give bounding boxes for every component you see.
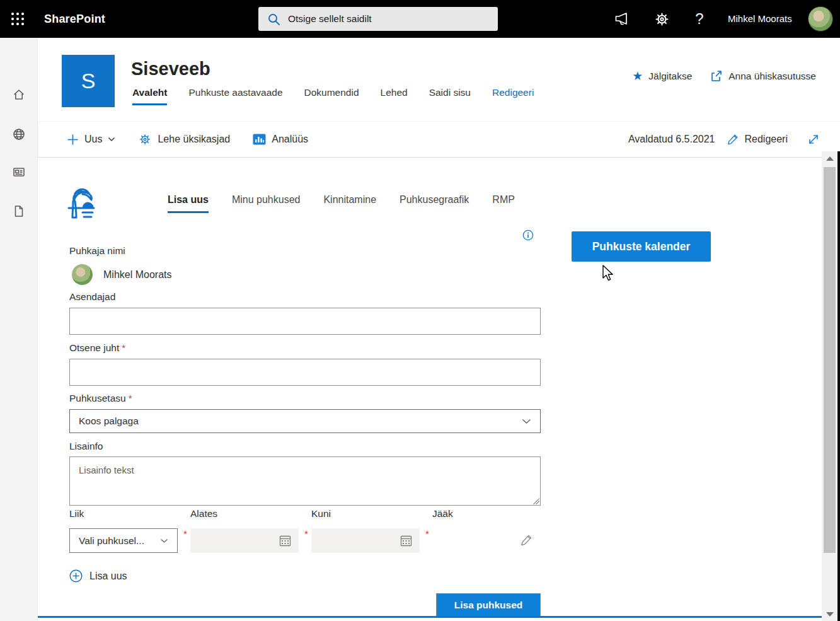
search-box[interactable] <box>258 7 498 31</box>
nav-redigeeri[interactable]: Redigeeri <box>492 87 534 103</box>
new-label: Uus <box>84 134 102 145</box>
pay-select-value: Koos palgaga <box>79 415 139 427</box>
nav-lehed[interactable]: Lehed <box>381 87 408 103</box>
form-user-avatar <box>72 264 93 285</box>
news-icon[interactable] <box>11 165 26 180</box>
nav-puhkuste-aastavaade[interactable]: Puhkuste aastavaade <box>188 87 282 103</box>
app-rail <box>0 38 38 621</box>
add-row-label: Lisa uus <box>89 571 127 582</box>
site-title: Siseveeb <box>131 59 210 79</box>
new-button[interactable]: Uus <box>63 134 119 146</box>
chevron-down-icon <box>160 538 168 543</box>
analytics-button[interactable]: Analüüs <box>249 134 312 145</box>
share-button[interactable]: Anna ühiskasutusse <box>710 69 816 83</box>
page-content: Lisa uus Minu puhkused Kinnitamine Puhku… <box>38 158 822 621</box>
to-label: Kuni <box>311 508 331 519</box>
waffle-icon[interactable] <box>10 11 25 26</box>
follow-label: Jälgitakse <box>648 71 692 82</box>
site-logo[interactable]: S <box>62 55 115 107</box>
tab-kinnitamine[interactable]: Kinnitamine <box>323 194 376 213</box>
name-label: Puhkaja nimi <box>69 245 125 257</box>
required-asterisk: * <box>183 528 187 539</box>
settings-gear-icon[interactable] <box>648 0 676 38</box>
sharepoint-page: SharePoint <box>0 0 840 621</box>
info-icon[interactable] <box>522 229 534 241</box>
tab-minu-puhkused[interactable]: Minu puhkused <box>232 194 301 213</box>
name-value: Mihkel Moorats <box>103 269 171 281</box>
published-status: Avaldatud 6.5.2021 <box>628 134 715 145</box>
manager-label: Otsene juht* <box>69 342 125 354</box>
circle-plus-icon <box>69 569 83 583</box>
manager-input[interactable] <box>69 359 541 386</box>
calendar-icon <box>400 535 412 547</box>
pay-select[interactable]: Koos palgaga <box>69 409 541 433</box>
share-label: Anna ühiskasutusse <box>728 71 816 82</box>
type-label: Liik <box>69 508 84 519</box>
globe-icon[interactable] <box>11 127 26 142</box>
edit-label: Redigeeri <box>745 134 788 145</box>
edit-page-button[interactable]: Redigeeri <box>723 133 791 146</box>
page-details-label: Lehe üksikasjad <box>158 134 230 145</box>
scroll-down-arrow[interactable] <box>822 609 837 619</box>
from-date-field[interactable] <box>190 528 299 553</box>
site-header: S Siseveeb Avaleht Puhkuste aastavaade D… <box>38 38 840 121</box>
analytics-icon <box>253 134 266 145</box>
calendar-icon <box>279 535 291 547</box>
from-label: Alates <box>190 508 217 519</box>
home-icon[interactable] <box>11 87 26 102</box>
gear-icon <box>138 132 152 146</box>
command-bar: Uus Lehe üksikasjad <box>38 121 840 158</box>
type-select[interactable]: Vali puhkusel... <box>69 528 178 553</box>
user-name[interactable]: Mihkel Moorats <box>728 0 792 38</box>
chevron-down-icon <box>108 137 115 142</box>
edit-row-pencil-icon[interactable] <box>520 533 533 547</box>
help-icon[interactable]: ? <box>687 0 712 38</box>
submit-vacations-button[interactable]: Lisa puhkused <box>436 593 541 617</box>
required-asterisk: * <box>304 528 308 539</box>
type-select-value: Vali puhkusel... <box>79 535 144 547</box>
to-date-field[interactable] <box>311 528 420 553</box>
megaphone-icon[interactable] <box>609 0 636 38</box>
pencil-icon <box>727 133 739 146</box>
vacation-calendar-button[interactable]: Puhkuste kalender <box>572 231 711 262</box>
scrollbar <box>822 151 837 621</box>
plus-icon <box>67 134 79 146</box>
balance-label: Jääk <box>432 508 453 519</box>
tab-puhkusegraafik[interactable]: Puhkusegraafik <box>400 194 469 213</box>
scroll-up-arrow[interactable] <box>822 153 837 163</box>
app-title[interactable]: SharePoint <box>44 0 105 38</box>
expand-icon[interactable] <box>807 132 820 146</box>
suite-bar: SharePoint <box>0 0 840 38</box>
star-icon: ★ <box>632 70 643 82</box>
tab-rmp[interactable]: RMP <box>492 194 515 213</box>
mouse-cursor <box>602 265 616 281</box>
window-edge <box>837 151 840 621</box>
section-divider <box>38 616 822 618</box>
follow-button[interactable]: ★ Jälgitakse <box>632 70 692 82</box>
vacation-palm-icon <box>65 186 98 223</box>
pay-label: Puhkusetasu* <box>69 393 132 404</box>
nav-avaleht[interactable]: Avaleht <box>132 87 167 105</box>
analytics-label: Analüüs <box>272 134 308 145</box>
required-asterisk: * <box>425 528 429 539</box>
page-details-button[interactable]: Lehe üksikasjad <box>134 132 234 146</box>
page-icon[interactable] <box>11 204 26 219</box>
substitutes-label: Asendajad <box>69 291 115 303</box>
nav-dokumendid[interactable]: Dokumendid <box>304 87 359 103</box>
user-avatar[interactable] <box>808 6 833 32</box>
info-textarea[interactable] <box>69 456 541 506</box>
chevron-down-icon <box>522 419 531 424</box>
nav-saidi-sisu[interactable]: Saidi sisu <box>429 87 471 103</box>
site-actions: ★ Jälgitakse Anna ühiskasutusse <box>632 69 816 83</box>
info-label: Lisainfo <box>69 441 103 452</box>
required-asterisk: * <box>129 393 132 403</box>
site-nav: Avaleht Puhkuste aastavaade Dokumendid L… <box>132 87 534 105</box>
add-row-button[interactable]: Lisa uus <box>69 569 127 583</box>
tab-lisa-uus[interactable]: Lisa uus <box>168 194 209 213</box>
search-input[interactable] <box>288 13 477 25</box>
substitutes-input[interactable] <box>69 308 541 335</box>
required-asterisk: * <box>122 342 125 353</box>
scrollbar-thumb[interactable] <box>824 167 836 553</box>
search-icon <box>267 13 280 26</box>
share-icon <box>710 69 723 83</box>
